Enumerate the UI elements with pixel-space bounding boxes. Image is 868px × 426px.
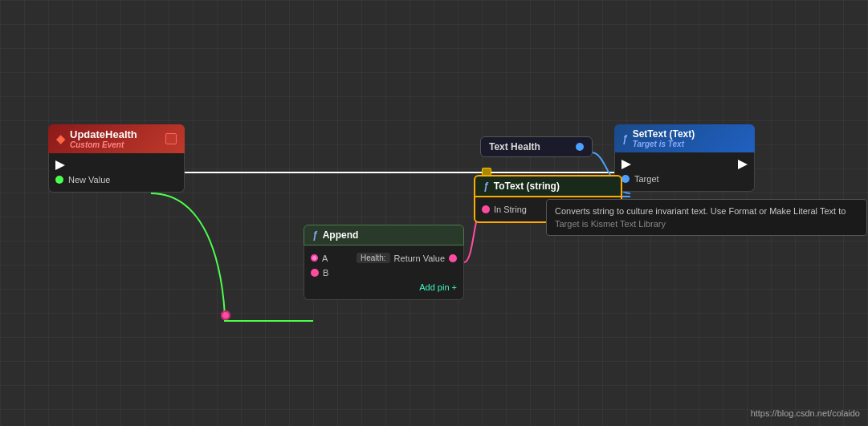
update-health-icon: ◆ <box>56 132 65 145</box>
append-body: A Health: Return Value B Add pin + <box>304 245 464 300</box>
totext-f-icon: ƒ <box>483 181 489 192</box>
reroute-pink[interactable] <box>221 310 230 320</box>
exec-out-row <box>49 158 184 172</box>
tooltip-line1: Converts string to culture invariant tex… <box>555 206 858 216</box>
totext-in-pin[interactable] <box>482 205 490 213</box>
pin-b[interactable] <box>311 269 319 277</box>
settext-exec-row <box>615 157 754 172</box>
totext-title: ToText (string) <box>494 181 560 192</box>
tooltip: Converts string to culture invariant tex… <box>546 199 867 236</box>
pin-b-row: B <box>304 266 463 280</box>
settext-f-icon: ƒ <box>622 133 628 144</box>
pin-a-label: A <box>322 254 328 263</box>
settext-target-label: Target <box>634 174 659 184</box>
settext-body: Target <box>614 152 755 192</box>
return-value-pin[interactable] <box>449 254 457 262</box>
add-pin-row: Add pin + <box>304 280 463 294</box>
node-options-icon[interactable] <box>165 133 177 144</box>
settext-exec-in[interactable] <box>621 160 631 169</box>
update-health-body: New Value <box>48 153 185 193</box>
new-value-row: New Value <box>49 172 184 187</box>
tooltip-line2: Target is Kismet Text Library <box>555 219 858 229</box>
append-node: ƒ Append A Health: Return Value B Add pi… <box>304 225 464 300</box>
pin-a-value: Health: <box>357 253 390 263</box>
pin-b-label: B <box>323 268 328 278</box>
new-value-label: New Value <box>68 175 110 185</box>
settext-header: ƒ SetText (Text) Target is Text <box>614 124 755 152</box>
exec-out-pin[interactable] <box>55 160 65 170</box>
update-health-title: UpdateHealth <box>70 128 137 140</box>
add-pin-button[interactable]: Add pin + <box>419 282 457 292</box>
settext-title: SetText (Text) <box>633 128 695 140</box>
pin-a[interactable] <box>311 254 318 262</box>
totext-instring-label: In String <box>494 205 527 214</box>
footer-url: https://blog.csdn.net/colaido <box>751 408 860 418</box>
settext-node: ƒ SetText (Text) Target is Text Target <box>614 124 755 192</box>
append-header: ƒ Append <box>304 225 464 245</box>
text-health-out-pin[interactable] <box>576 143 584 151</box>
append-title: Append <box>323 229 359 241</box>
pin-a-row: A Health: Return Value <box>304 250 463 266</box>
settext-subtitle: Target is Text <box>633 140 695 148</box>
return-value-label: Return Value <box>394 254 445 263</box>
text-health-node: Text Health <box>480 136 593 157</box>
update-health-node: ◆ UpdateHealth Custom Event New Value <box>48 124 185 193</box>
append-f-icon: ƒ <box>312 229 318 241</box>
totext-header: ƒ ToText (string) <box>474 175 622 197</box>
text-health-header: Text Health <box>480 136 593 157</box>
settext-target-row: Target <box>615 172 754 186</box>
settext-target-pin[interactable] <box>621 175 630 183</box>
settext-exec-out[interactable] <box>738 160 748 169</box>
text-health-title: Text Health <box>489 141 540 152</box>
new-value-pin[interactable] <box>55 176 63 184</box>
update-health-subtitle: Custom Event <box>70 140 137 149</box>
update-health-header: ◆ UpdateHealth Custom Event <box>48 124 185 153</box>
